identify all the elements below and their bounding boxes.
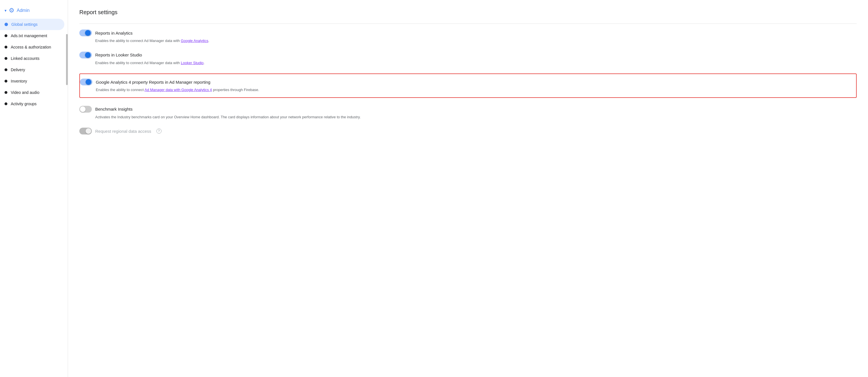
sidebar-item-label: Ads.txt management	[11, 33, 47, 38]
setting-header-ga4-reports: Google Analytics 4 property Reports in A…	[80, 79, 851, 85]
sidebar-dot	[4, 68, 7, 71]
sidebar-item-inventory[interactable]: Inventory	[0, 76, 64, 87]
request-regional-header: Request regional data access ?	[79, 128, 857, 135]
toggle-knob	[80, 106, 86, 112]
setting-desc-reports-in-looker: Enables the ability to connect Ad Manage…	[79, 60, 857, 66]
setting-row-reports-in-looker: Reports in Looker StudioEnables the abil…	[79, 52, 857, 66]
setting-header-reports-in-analytics: Reports in Analytics	[79, 29, 857, 36]
setting-desc-benchmark-insights: Activates the Industry benchmarks card o…	[79, 114, 857, 120]
sidebar-dot	[4, 80, 7, 83]
sidebar-dot	[4, 23, 8, 26]
settings-container: Reports in AnalyticsEnables the ability …	[79, 29, 857, 120]
admin-icon: ⚙	[9, 7, 14, 14]
sidebar-header-label[interactable]: Admin	[17, 8, 29, 13]
request-regional-row: Request regional data access ?	[79, 128, 857, 136]
sidebar: ▾ ⚙ Admin Global settingsAds.txt managem…	[0, 0, 68, 377]
toggle-ga4-reports[interactable]	[80, 79, 92, 85]
setting-link-ga4-reports[interactable]: Ad Manager data with Google Analytics 4	[145, 88, 212, 92]
sidebar-item-label: Inventory	[11, 79, 27, 83]
setting-title-reports-in-analytics: Reports in Analytics	[95, 31, 133, 35]
sidebar-item-global-settings[interactable]: Global settings	[0, 19, 64, 30]
toggle-reports-in-analytics[interactable]	[79, 29, 92, 36]
toggle-knob	[86, 128, 91, 134]
request-regional-label: Request regional data access	[95, 129, 151, 134]
sidebar-scrollbar[interactable]	[66, 34, 68, 85]
toggle-reports-in-looker[interactable]	[79, 52, 92, 58]
sidebar-item-label: Linked accounts	[11, 56, 39, 61]
sidebar-nav: Global settingsAds.txt managementAccess …	[0, 19, 68, 110]
sidebar-dot	[4, 34, 7, 37]
setting-header-benchmark-insights: Benchmark Insights	[79, 106, 857, 113]
sidebar-arrow: ▾	[4, 8, 6, 13]
highlighted-setting-ga4-reports: Google Analytics 4 property Reports in A…	[79, 74, 857, 98]
toggle-knob	[85, 30, 91, 36]
sidebar-dot	[4, 91, 7, 94]
divider	[79, 24, 857, 24]
toggle-knob	[86, 79, 91, 85]
sidebar-item-label: Global settings	[11, 22, 38, 27]
sidebar-item-video-audio[interactable]: Video and audio	[0, 87, 64, 98]
setting-row-reports-in-analytics: Reports in AnalyticsEnables the ability …	[79, 29, 857, 44]
setting-title-reports-in-looker: Reports in Looker Studio	[95, 53, 142, 57]
toggle-knob	[85, 52, 91, 58]
sidebar-item-label: Video and audio	[11, 90, 39, 95]
help-icon[interactable]: ?	[156, 128, 161, 134]
setting-desc-ga4-reports: Enables the ability to connect Ad Manage…	[80, 87, 851, 93]
sidebar-item-access-authorization[interactable]: Access & authorization	[0, 41, 64, 53]
setting-title-ga4-reports: Google Analytics 4 property Reports in A…	[96, 80, 210, 85]
main-content: Report settings Reports in AnalyticsEnab…	[68, 0, 868, 377]
toggle-benchmark-insights[interactable]	[79, 106, 92, 113]
setting-link-reports-in-looker[interactable]: Looker Studio	[181, 61, 204, 65]
sidebar-item-activity-groups[interactable]: Activity groups	[0, 98, 64, 110]
request-regional-toggle[interactable]	[79, 128, 92, 135]
setting-header-reports-in-looker: Reports in Looker Studio	[79, 52, 857, 58]
setting-desc-reports-in-analytics: Enables the ability to connect Ad Manage…	[79, 38, 857, 44]
sidebar-item-linked-accounts[interactable]: Linked accounts	[0, 53, 64, 64]
sidebar-item-delivery[interactable]: Delivery	[0, 64, 64, 76]
sidebar-dot	[4, 46, 7, 49]
sidebar-item-label: Access & authorization	[11, 45, 51, 49]
sidebar-item-label: Delivery	[11, 67, 25, 72]
setting-link-reports-in-analytics[interactable]: Google Analytics	[181, 38, 208, 43]
setting-row-benchmark-insights: Benchmark InsightsActivates the Industry…	[79, 106, 857, 120]
sidebar-dot	[4, 57, 7, 60]
section-title: Report settings	[79, 9, 857, 16]
setting-title-benchmark-insights: Benchmark Insights	[95, 107, 133, 112]
sidebar-header: ▾ ⚙ Admin	[0, 4, 68, 19]
sidebar-item-label: Activity groups	[11, 102, 36, 106]
sidebar-item-ads-txt[interactable]: Ads.txt management	[0, 30, 64, 41]
sidebar-dot	[4, 103, 7, 105]
